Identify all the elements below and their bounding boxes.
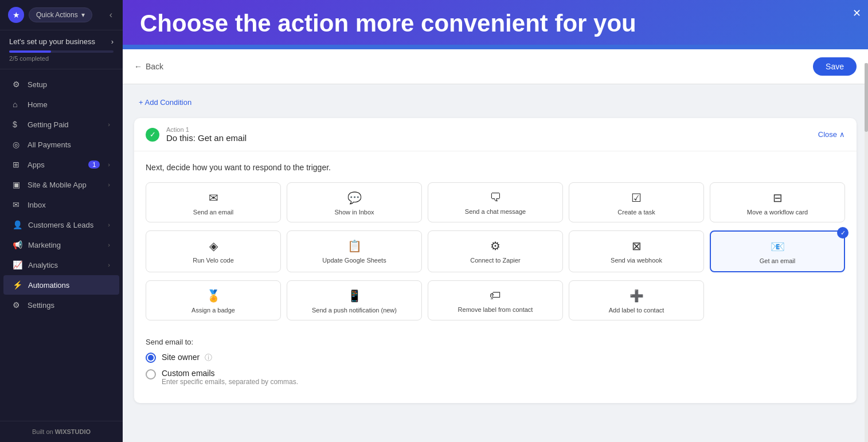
promo-banner-sub xyxy=(123,45,868,49)
sidebar-item-analytics[interactable]: 📈 Analytics › xyxy=(3,255,119,275)
sidebar-item-label: Setup xyxy=(28,80,47,89)
settings-icon: ⚙ xyxy=(13,300,22,310)
action-label: Send a push notification (new) xyxy=(312,306,397,314)
sidebar-item-settings[interactable]: ⚙ Settings xyxy=(3,295,119,315)
sidebar-item-setup[interactable]: ⚙ Setup xyxy=(3,75,119,94)
all-payments-icon: ◎ xyxy=(13,140,22,149)
action-item-remove-label[interactable]: 🏷 Remove label from contact xyxy=(428,280,563,320)
sidebar-item-customers[interactable]: 👤 Customers & Leads › xyxy=(3,215,119,234)
sidebar-item-label: Customers & Leads xyxy=(28,221,93,229)
action-check-icon: ✓ xyxy=(146,128,159,142)
action-item-push-notification[interactable]: 📱 Send a push notification (new) xyxy=(287,280,422,320)
action-item-send-email[interactable]: ✉ Send an email xyxy=(146,182,281,222)
sidebar-setup: Let's set up your business › 2/5 complet… xyxy=(0,30,123,69)
radio-option-site-owner[interactable]: Site owner ⓘ xyxy=(146,352,845,363)
action-close-button[interactable]: Close ∧ xyxy=(818,130,845,139)
action-label: Send a chat message xyxy=(465,208,526,216)
sidebar: ★ Quick Actions ▾ ‹ Let's set up your bu… xyxy=(0,0,123,442)
customers-icon: 👤 xyxy=(13,220,22,229)
action-item-update-sheets[interactable]: 📋 Update Google Sheets xyxy=(287,230,422,272)
promo-banner: ✕ Choose the action more convenient for … xyxy=(123,0,868,45)
sidebar-item-home[interactable]: ⌂ Home xyxy=(3,95,119,114)
action-label: Connect to Zapier xyxy=(470,256,520,264)
radio-label: Site owner xyxy=(162,353,200,362)
action-item-chat-message[interactable]: 🗨 Send a chat message xyxy=(428,182,563,222)
action-grid-row1: ✉ Send an email 💬 Show in Inbox 🗨 Send a… xyxy=(146,182,845,222)
sidebar-collapse-icon[interactable]: ‹ xyxy=(107,7,115,22)
sidebar-item-label: Automations xyxy=(28,281,69,290)
action-label: Update Google Sheets xyxy=(322,256,386,264)
back-button[interactable]: ← Back xyxy=(134,62,163,71)
sidebar-item-label: Marketing xyxy=(28,241,61,249)
sidebar-header-left: ★ Quick Actions ▾ xyxy=(8,7,92,23)
sidebar-item-label: Settings xyxy=(28,301,54,310)
action-item-connect-zapier[interactable]: ⚙ Connect to Zapier xyxy=(428,230,563,272)
action-card-left: ✓ Action 1 Do this: Get an email xyxy=(146,126,247,143)
add-label-icon: ➕ xyxy=(630,289,644,303)
action-title-block: Action 1 Do this: Get an email xyxy=(166,126,247,143)
promo-banner-close-button[interactable]: ✕ xyxy=(853,7,861,19)
action-label: Send an email xyxy=(193,208,233,216)
sidebar-item-getting-paid[interactable]: $ Getting Paid › xyxy=(3,115,119,134)
radio-label-block: Site owner ⓘ xyxy=(162,352,212,363)
getting-paid-icon: $ xyxy=(13,120,22,129)
action-item-get-email[interactable]: 📧 Get an email ✓ xyxy=(710,230,845,272)
sidebar-item-label: Inbox xyxy=(28,201,46,209)
save-button[interactable]: Save xyxy=(813,57,857,76)
chat-message-icon: 🗨 xyxy=(490,191,501,204)
action-label: Assign a badge xyxy=(191,306,235,314)
radio-options: Site owner ⓘ Custom emails Enter specifi… xyxy=(146,352,845,386)
chevron-icon: › xyxy=(108,181,110,188)
sidebar-item-site-mobile[interactable]: ▣ Site & Mobile App › xyxy=(3,175,119,194)
radio-option-custom-emails[interactable]: Custom emails Enter specific emails, sep… xyxy=(146,369,845,386)
automations-icon: ⚡ xyxy=(13,280,22,290)
action-item-send-webhook[interactable]: ⊠ Send via webhook xyxy=(569,230,704,272)
sidebar-item-all-payments[interactable]: ◎ All Payments xyxy=(3,135,119,154)
progress-label: 2/5 completed xyxy=(9,55,114,62)
sidebar-item-apps[interactable]: ⊞ Apps 1 › xyxy=(3,155,119,174)
sidebar-item-label: Site & Mobile App xyxy=(28,181,87,189)
action-item-assign-badge[interactable]: 🏅 Assign a badge xyxy=(146,280,281,320)
workflow-editor: ← Back Save + Add Condition ✓ Action 1 D… xyxy=(123,49,868,442)
sidebar-item-label: All Payments xyxy=(28,140,71,149)
action-item-create-task[interactable]: ☑ Create a task xyxy=(569,182,704,222)
move-workflow-icon: ⊟ xyxy=(773,191,783,205)
push-notification-icon: 📱 xyxy=(347,289,362,303)
badge: 1 xyxy=(88,161,100,169)
radio-inner xyxy=(148,355,154,361)
send-email-icon: ✉ xyxy=(209,191,218,205)
remove-label-icon: 🏷 xyxy=(490,289,501,302)
sidebar-nav: ⚙ Setup ⌂ Home $ Getting Paid › ◎ All Pa… xyxy=(0,69,123,421)
progress-bar-background xyxy=(9,50,114,53)
sidebar-item-label: Getting Paid xyxy=(28,120,69,129)
quick-actions-button[interactable]: Quick Actions ▾ xyxy=(29,7,92,22)
sidebar-footer: Built on WIXSTUDIO xyxy=(0,421,123,442)
sidebar-item-automations[interactable]: ⚡ Automations xyxy=(3,275,119,295)
radio-label: Custom emails xyxy=(162,369,298,378)
info-icon[interactable]: ⓘ xyxy=(205,353,212,362)
add-condition-button[interactable]: + Add Condition xyxy=(134,96,196,109)
radio-label-block: Custom emails Enter specific emails, sep… xyxy=(162,369,298,386)
inbox-icon: ✉ xyxy=(13,200,22,209)
sidebar-item-label: Analytics xyxy=(28,261,58,269)
send-email-label: Send email to: xyxy=(146,338,845,346)
sidebar-item-label: Home xyxy=(28,100,48,109)
sidebar-item-marketing[interactable]: 📢 Marketing › xyxy=(3,235,119,255)
sidebar-item-inbox[interactable]: ✉ Inbox xyxy=(3,195,119,214)
action-label: Create a task xyxy=(617,208,655,216)
action-item-show-inbox[interactable]: 💬 Show in Inbox xyxy=(287,182,422,222)
radio-circle-site-owner xyxy=(146,353,156,363)
connect-zapier-icon: ⚙ xyxy=(490,239,501,253)
action-item-move-workflow[interactable]: ⊟ Move a workflow card xyxy=(710,182,845,222)
action-item-run-velo[interactable]: ◈ Run Velo code xyxy=(146,230,281,272)
apps-icon: ⊞ xyxy=(13,160,22,169)
action-label: Add label to contact xyxy=(609,306,664,314)
assign-badge-icon: 🏅 xyxy=(206,289,221,303)
action-card-header: ✓ Action 1 Do this: Get an email Close ∧ xyxy=(134,118,857,151)
sidebar-setup-title[interactable]: Let's set up your business › xyxy=(9,37,114,46)
action-card-body: Next, decide how you want to respond to … xyxy=(134,151,857,403)
sidebar-logo: ★ xyxy=(8,7,24,23)
action-item-add-label[interactable]: ➕ Add label to contact xyxy=(569,280,704,320)
radio-sublabel: Enter specific emails, separated by comm… xyxy=(162,378,298,386)
back-arrow-icon: ← xyxy=(134,62,142,71)
